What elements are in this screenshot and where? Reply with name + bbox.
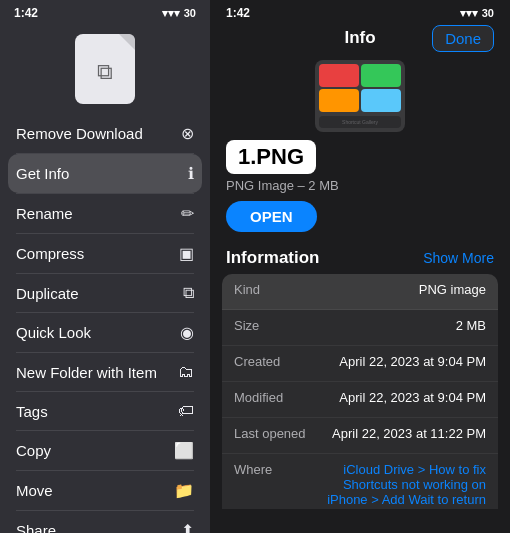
time-left: 1:42 [14,6,38,20]
time-right: 1:42 [226,6,250,20]
wifi-icon-right: ▾▾▾ [460,7,478,20]
wifi-icon-left: ▾▾▾ [162,7,180,20]
information-section-header: Information Show More [210,244,510,274]
menu-item-quick-look[interactable]: Quick Look ◉ [0,313,210,352]
remove-download-icon: ⊗ [181,124,194,143]
menu-item-share[interactable]: Share ⬆ [0,511,210,533]
info-value-where[interactable]: iCloud Drive > How to fix Shortcuts not … [326,462,486,507]
info-title: Info [344,28,375,48]
file-thumbnail: Shortcut Gallery [315,60,405,132]
status-bar-left: 1:42 ▾▾▾ 30 [0,0,210,24]
thumb-cell-orange [319,89,359,112]
info-row-modified: Modified April 22, 2023 at 9:04 PM [222,382,498,418]
get-info-icon: ℹ [188,164,194,183]
copy-icon: ⬜ [174,441,194,460]
menu-item-copy[interactable]: Copy ⬜ [0,431,210,470]
information-card: Kind PNG image Size 2 MB Created April 2… [222,274,498,509]
info-label-modified: Modified [234,390,314,405]
compress-icon: ▣ [179,244,194,263]
menu-label-get-info: Get Info [16,165,69,182]
thumb-bottom-bar: Shortcut Gallery [319,116,401,128]
status-bar-right: 1:42 ▾▾▾ 30 [210,0,510,24]
info-label-kind: Kind [234,282,314,297]
done-button[interactable]: Done [432,25,494,52]
thumb-cell-green [361,64,401,87]
tags-icon: 🏷 [178,402,194,420]
right-scroll[interactable]: Shortcut Gallery 1.PNG PNG Image – 2 MB … [210,56,510,509]
menu-item-move[interactable]: Move 📁 [0,471,210,510]
info-value-kind: PNG image [419,282,486,297]
status-icons-left: ▾▾▾ 30 [162,7,196,20]
info-value-size: 2 MB [456,318,486,333]
menu-label-move: Move [16,482,53,499]
info-value-created: April 22, 2023 at 9:04 PM [339,354,486,369]
file-icon-box: ⧉ [75,34,135,104]
info-label-created: Created [234,354,314,369]
context-menu: Remove Download ⊗ Get Info ℹ Rename ✏ Co… [0,114,210,533]
menu-label-quick-look: Quick Look [16,324,91,341]
new-folder-icon: 🗂 [178,363,194,381]
menu-label-share: Share [16,522,56,533]
menu-label-compress: Compress [16,245,84,262]
info-label-last-opened: Last opened [234,426,314,441]
thumbnail-area: Shortcut Gallery [210,56,510,140]
menu-label-duplicate: Duplicate [16,285,79,302]
thumb-cell-red [319,64,359,87]
file-name-badge: 1.PNG [226,140,316,174]
status-icons-right: ▾▾▾ 30 [460,7,494,20]
rename-icon: ✏ [181,204,194,223]
thumb-cell-blue [361,89,401,112]
menu-item-new-folder[interactable]: New Folder with Item 🗂 [0,353,210,391]
file-subtitle: PNG Image – 2 MB [210,178,510,201]
battery-right: 30 [482,7,494,19]
menu-item-get-info[interactable]: Get Info ℹ [8,154,202,193]
file-icon-area: ⧉ [0,24,210,114]
info-value-modified: April 22, 2023 at 9:04 PM [339,390,486,405]
information-title: Information [226,248,320,268]
menu-label-remove-download: Remove Download [16,125,143,142]
move-icon: 📁 [174,481,194,500]
menu-item-compress[interactable]: Compress ▣ [0,234,210,273]
info-row-kind: Kind PNG image [222,274,498,310]
left-panel: 1:42 ▾▾▾ 30 ⧉ Remove Download ⊗ Get Info… [0,0,210,533]
show-more-button[interactable]: Show More [423,250,494,266]
quick-look-icon: ◉ [180,323,194,342]
info-label-where: Where [234,462,314,477]
battery-left: 30 [184,7,196,19]
menu-label-new-folder: New Folder with Item [16,364,157,381]
file-icon-fold [119,34,135,50]
menu-label-rename: Rename [16,205,73,222]
info-row-size: Size 2 MB [222,310,498,346]
share-icon: ⬆ [181,521,194,533]
duplicate-icon: ⧉ [183,284,194,302]
menu-label-copy: Copy [16,442,51,459]
right-panel: 1:42 ▾▾▾ 30 Info Done Shortcut Gallery 1… [210,0,510,533]
info-label-size: Size [234,318,314,333]
menu-item-tags[interactable]: Tags 🏷 [0,392,210,430]
info-row-last-opened: Last opened April 22, 2023 at 11:22 PM [222,418,498,454]
menu-item-remove-download[interactable]: Remove Download ⊗ [0,114,210,153]
info-row-created: Created April 22, 2023 at 9:04 PM [222,346,498,382]
menu-label-tags: Tags [16,403,48,420]
file-icon-inner: ⧉ [97,59,113,85]
menu-item-rename[interactable]: Rename ✏ [0,194,210,233]
info-row-where: Where iCloud Drive > How to fix Shortcut… [222,454,498,509]
info-value-last-opened: April 22, 2023 at 11:22 PM [332,426,486,441]
menu-item-duplicate[interactable]: Duplicate ⧉ [0,274,210,312]
open-button[interactable]: OPEN [226,201,317,232]
info-header: Info Done [210,24,510,56]
